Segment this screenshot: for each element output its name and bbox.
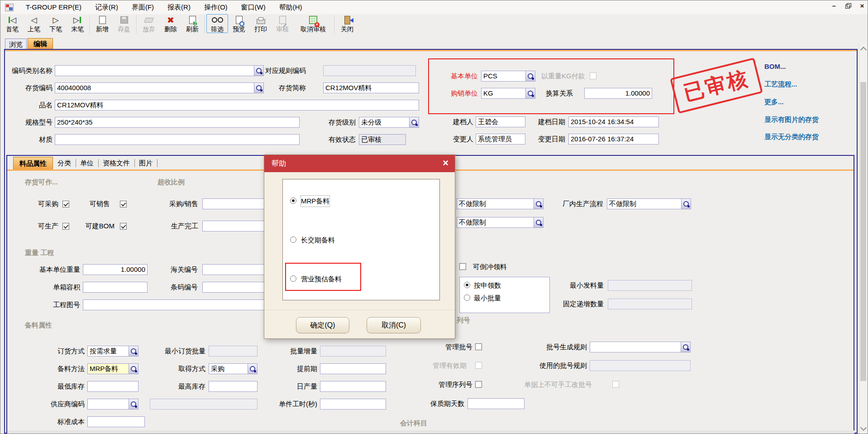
help-option-list[interactable]: MRP备料 长交期备料 营业预估备料 (282, 179, 440, 300)
menu-record[interactable]: 记录(R) (88, 0, 125, 14)
tab-qualification[interactable]: 资格文件 (103, 157, 130, 169)
purchasable-checkbox[interactable] (62, 201, 69, 207)
link-show-with-images[interactable]: 显示有图片的存货 (764, 116, 819, 124)
lookup-icon[interactable] (254, 66, 263, 76)
daily-output-input[interactable] (320, 381, 386, 392)
refresh-button[interactable]: ↻ 刷新 (181, 14, 203, 33)
tab-edit[interactable]: 编辑 (28, 38, 53, 49)
tab-image[interactable]: 图片 (139, 157, 153, 169)
spare-method-input[interactable]: MRP备料 (87, 363, 138, 374)
supplier-input[interactable] (87, 399, 138, 410)
base-unit-input[interactable]: PCS (481, 71, 535, 82)
next-record-button[interactable]: ▷ 下笔 (45, 14, 67, 33)
print-button[interactable]: 打印 (250, 14, 272, 33)
minimize-icon[interactable]: – (829, 1, 839, 10)
scrollbar-thumb[interactable] (860, 82, 866, 381)
coding-category-input[interactable] (55, 65, 264, 76)
lookup-icon[interactable] (681, 342, 690, 352)
dialog-close-icon[interactable]: × (443, 155, 448, 172)
trade-unit-input[interactable]: KG (481, 88, 535, 99)
unit-weight-input[interactable]: 1.00000 (83, 264, 148, 275)
cancel-button[interactable]: 取消(C) (367, 317, 421, 333)
ok-button[interactable]: 确定(Q) (296, 317, 349, 333)
creator-field: 王碧会 (476, 116, 525, 127)
bom-buildable-checkbox[interactable] (120, 223, 127, 230)
lookup-icon[interactable] (248, 364, 257, 374)
lookup-icon[interactable] (129, 346, 138, 356)
lookup-icon[interactable] (681, 199, 691, 209)
box-volume-input[interactable] (83, 282, 148, 293)
order-mode-input[interactable]: 按需求量 (87, 346, 138, 357)
menu-window[interactable]: 窗口(W) (234, 0, 272, 14)
prev-record-button[interactable]: ◁ 上笔 (23, 14, 45, 33)
menu-help[interactable]: 帮助(H) (272, 0, 309, 14)
min-stock-input[interactable] (87, 381, 138, 392)
cancel-audit-button[interactable]: × 取消审核 (293, 14, 333, 33)
scroll-up-icon[interactable] (860, 47, 867, 53)
sellable-checkbox[interactable] (120, 201, 127, 207)
lookup-icon[interactable] (129, 364, 138, 374)
menu-operation[interactable]: 操作(O) (197, 0, 234, 14)
acquire-input[interactable]: 采购 (209, 363, 258, 374)
backflush-checkbox[interactable] (459, 263, 466, 270)
min-batch-radio[interactable] (464, 294, 470, 301)
max-stock-input[interactable] (209, 381, 258, 392)
pay-by-weight-checkbox (590, 72, 596, 79)
close-form-button[interactable]: 关闭 (336, 14, 358, 33)
menu-report[interactable]: 报表(R) (161, 0, 197, 14)
menu-tgroup-erp[interactable]: T-GROUP ERP(E) (19, 0, 88, 14)
lookup-icon[interactable] (525, 88, 535, 98)
link-process-flow[interactable]: 工艺流程... (764, 80, 797, 89)
first-record-button[interactable]: ◁ 首笔 (1, 14, 23, 33)
lookup-icon[interactable] (409, 117, 419, 127)
std-cost-input[interactable] (87, 416, 145, 427)
product-name-input[interactable]: CR12MOV精料 (55, 100, 419, 111)
scroll-down-icon[interactable] (860, 424, 867, 431)
add-button[interactable]: 新增 (91, 14, 113, 33)
by-application-radio[interactable] (464, 282, 470, 288)
unit-hours-input[interactable] (320, 399, 386, 410)
limit2-input[interactable]: 不做限制 (457, 217, 544, 228)
material-input[interactable] (55, 134, 300, 145)
lookup-icon[interactable] (525, 71, 535, 81)
manage-serial-checkbox[interactable] (475, 381, 482, 388)
preview-button[interactable]: 预览 (228, 14, 250, 33)
link-bom[interactable]: BOM... (764, 63, 786, 70)
conversion-input[interactable]: 1.00000 (584, 88, 652, 99)
shelf-life-input[interactable] (467, 398, 525, 409)
producible-checkbox[interactable] (62, 223, 69, 230)
inv-abbr-input[interactable]: CR12MOV精料 (323, 82, 419, 93)
factory-flow-input[interactable]: 不做限制 (607, 198, 691, 209)
lead-time-input[interactable] (320, 363, 386, 374)
tab-browse[interactable]: 浏览 (5, 39, 27, 49)
batch-incr-label: 批量增量 (286, 346, 317, 357)
tab-classification[interactable]: 分类 (57, 157, 71, 169)
tab-item-attributes[interactable]: 料品属性 (13, 157, 53, 169)
inv-code-input[interactable]: 400400008 (55, 82, 264, 93)
vertical-scrollbar[interactable] (859, 43, 867, 434)
option-mrp[interactable]: MRP备料 (283, 196, 439, 207)
link-show-unclassified[interactable]: 显示无分类的存货 (764, 133, 819, 141)
spec-input[interactable]: 250*240*35 (55, 117, 300, 128)
link-more[interactable]: 更多... (764, 98, 784, 106)
filter-button[interactable]: 筛选 (206, 14, 228, 33)
close-icon[interactable]: × (857, 1, 868, 10)
lookup-icon[interactable] (254, 83, 263, 93)
lookup-icon[interactable] (129, 399, 138, 409)
option-long-lead-radio[interactable] (290, 236, 296, 243)
help-dialog-titlebar[interactable]: 帮助 (264, 155, 455, 172)
tab-unit[interactable]: 单位 (80, 157, 94, 169)
lookup-icon[interactable] (534, 217, 543, 227)
menu-interface[interactable]: 界面(F) (125, 0, 161, 14)
last-record-button[interactable]: ▷ 末笔 (67, 14, 88, 33)
manage-batch-checkbox[interactable] (475, 343, 482, 350)
inv-level-input[interactable]: 未分级 (359, 117, 419, 128)
delete-button[interactable]: ✖ 删除 (160, 14, 181, 33)
limit1-input[interactable]: 不做限制 (457, 198, 544, 209)
option-mrp-radio[interactable] (290, 198, 296, 204)
lookup-icon[interactable] (534, 199, 543, 209)
manage-batch-label: 管理批号 (427, 342, 472, 352)
option-long-lead[interactable]: 长交期备料 (283, 235, 439, 246)
batch-rule-label: 批号生成规则 (537, 342, 587, 352)
batch-rule-input[interactable] (590, 342, 691, 352)
